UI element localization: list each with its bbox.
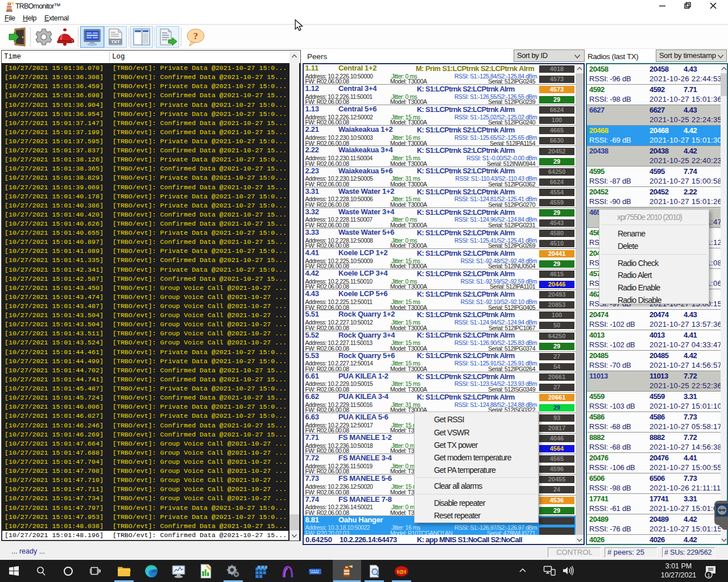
svg-text:t@t: t@t [397,568,407,575]
svg-text:TXT: TXT [111,39,119,44]
svg-text:1: 1 [707,572,710,578]
svg-text:?: ? [193,31,198,41]
